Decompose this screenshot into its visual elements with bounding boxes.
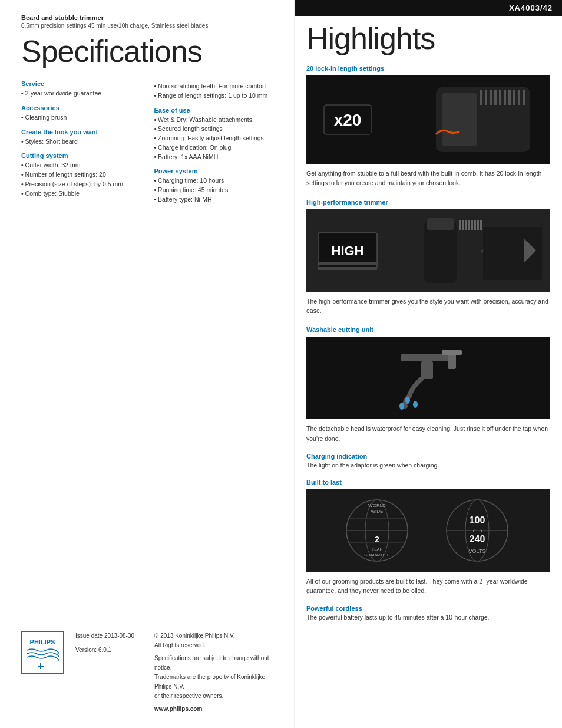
svg-rect-45	[306, 489, 550, 572]
product-subtitle: 0.5mm precision settings 45 min use/10h …	[21, 22, 277, 29]
svg-rect-33	[480, 220, 482, 230]
spec-item: Comb type: Stubble	[21, 189, 145, 199]
highlight-20lock: 20 lock-in length settings	[295, 61, 562, 195]
spec-section-title-ease: Ease of use	[154, 107, 278, 114]
svg-text:GUARANTEE: GUARANTEE	[364, 553, 390, 557]
svg-rect-38	[401, 354, 454, 361]
spec-item: Zoomring: Easily adjust length settings	[154, 134, 278, 143]
highlight-title-highperf: High-performance trimmer	[306, 199, 550, 206]
copyright: © 2013 Koninklijke Philips N.V. All Righ…	[154, 631, 273, 650]
spec-item: Cutter width: 32 mm	[21, 161, 145, 170]
spec-section-accessories: Accessories Cleaning brush	[21, 104, 145, 123]
spec-item: Secured length settings	[154, 124, 278, 134]
version: Version: 6.0.1	[75, 645, 140, 655]
svg-rect-9	[490, 90, 492, 105]
svg-rect-39	[421, 361, 433, 379]
highlight-title-builtlast: Built to last	[306, 479, 550, 486]
spec-heading: Specifications	[21, 35, 277, 68]
spec-item: 2-year worldwide guarantee	[21, 89, 145, 98]
spec-col2: Non-scratching teeth: For more comfort R…	[154, 80, 278, 210]
highlights-heading: Highlights	[295, 16, 562, 61]
spec-item: Range of length settings: 1 up to 10 mm	[154, 91, 278, 101]
svg-rect-8	[485, 90, 487, 105]
svg-text:WIDE: WIDE	[371, 509, 384, 514]
spec-section-title-accessories: Accessories	[21, 104, 145, 111]
svg-point-40	[405, 397, 410, 404]
spec-item: Battery type: Ni-MH	[154, 195, 278, 205]
spec-item: Battery: 1x AAA NiMH	[154, 153, 278, 162]
svg-rect-28	[465, 220, 467, 230]
highlight-washable: Washable cutting unit	[295, 322, 562, 450]
svg-text:2: 2	[375, 535, 379, 544]
svg-text:x20: x20	[334, 111, 362, 129]
svg-rect-14	[513, 90, 515, 105]
svg-text:100: 100	[470, 515, 485, 525]
highlight-title-washable: Washable cutting unit	[306, 326, 550, 333]
svg-rect-0	[21, 631, 64, 674]
disclaimer: Specifications are subject to change wit…	[154, 654, 273, 701]
spec-section-ease: Ease of use Wet & Dry: Washable attachme…	[154, 107, 278, 162]
svg-point-42	[399, 403, 404, 410]
website: www.philips.com	[154, 704, 273, 714]
svg-rect-6	[442, 93, 477, 146]
svg-text:PHILIPS: PHILIPS	[30, 638, 55, 645]
svg-rect-16	[523, 90, 525, 105]
product-title: Beard and stubble trimmer	[21, 14, 277, 21]
highlight-image-washable	[306, 337, 550, 419]
highlight-title-charging: Charging indication	[306, 453, 550, 460]
spec-col1: Service 2-year worldwide guarantee Acces…	[21, 80, 145, 210]
spec-section-title-cutting: Cutting system	[21, 152, 145, 159]
spec-section-cutting: Cutting system Cutter width: 32 mm Numbe…	[21, 152, 145, 198]
svg-rect-13	[508, 90, 511, 105]
issue-date: Issue date 2013-08-30	[75, 631, 140, 641]
svg-rect-23	[318, 267, 377, 270]
highlight-powerful: Powerful cordless The powerful battery l…	[295, 602, 562, 627]
highlight-title-powerful: Powerful cordless	[306, 605, 550, 612]
svg-rect-3	[38, 666, 44, 667]
highlight-desc-highperf: The high-performance trimmer gives you t…	[306, 297, 550, 316]
svg-rect-30	[471, 220, 473, 230]
spec-item: Wet & Dry: Washable attachments	[154, 116, 278, 125]
svg-text:VOLTS: VOLTS	[469, 548, 486, 554]
svg-rect-25	[427, 218, 454, 230]
spec-section-notitle: Non-scratching teeth: For more comfort R…	[154, 82, 278, 101]
svg-text:YEAR: YEAR	[371, 547, 382, 551]
svg-text:⟷: ⟷	[472, 526, 482, 535]
highlight-charging: Charging indication The light on the ada…	[295, 450, 562, 475]
spec-section-title-power: Power system	[154, 167, 278, 174]
highlight-desc-washable: The detachable head is waterproof for ea…	[306, 424, 550, 443]
svg-rect-27	[462, 220, 464, 230]
svg-rect-29	[468, 220, 470, 230]
svg-rect-22	[318, 262, 377, 265]
model-bar: XA4003/42	[295, 0, 562, 16]
spec-item: Precision (size of steps): by 0.5 mm	[21, 180, 145, 189]
highlight-desc-20lock: Get anything from stubble to a full bear…	[306, 169, 550, 188]
spec-item: Charging time: 10 hours	[154, 176, 278, 186]
highlight-desc-charging: The light on the adaptor is green when c…	[306, 461, 550, 470]
svg-rect-31	[474, 220, 476, 230]
svg-rect-24	[424, 221, 457, 283]
svg-rect-26	[459, 220, 461, 230]
spec-section-service: Service 2-year worldwide guarantee	[21, 80, 145, 98]
spec-item: Styles: Short beard	[21, 137, 145, 147]
highlight-image-20lock: x20	[306, 75, 550, 164]
highlight-desc-builtlast: All of our grooming products are built t…	[306, 577, 550, 596]
spec-section-look: Create the look you want Styles: Short b…	[21, 129, 145, 147]
svg-rect-12	[504, 90, 506, 105]
svg-rect-10	[494, 90, 497, 105]
spec-section-power: Power system Charging time: 10 hours Run…	[154, 167, 278, 204]
spec-section-title-look: Create the look you want	[21, 129, 145, 136]
svg-text:WORLD: WORLD	[368, 503, 386, 508]
spec-item: Running time: 45 minutes	[154, 186, 278, 195]
highlight-builtlast: Built to last WORLD WIDE 2 YEAR GUARANTE…	[295, 475, 562, 603]
highlight-image-highperf: HIGH OPEN	[306, 209, 550, 292]
spec-item: Cleaning brush	[21, 113, 145, 123]
footer-meta: Issue date 2013-08-30 Version: 6.0.1 © 2…	[75, 631, 273, 714]
highlight-title-20lock: 20 lock-in length settings	[306, 65, 550, 72]
highlight-desc-powerful: The powerful battery lasts up to 45 minu…	[306, 613, 550, 622]
svg-rect-32	[477, 220, 479, 230]
svg-rect-7	[480, 90, 482, 105]
svg-text:240: 240	[470, 534, 485, 544]
philips-logo-icon: PHILIPS	[21, 631, 64, 674]
svg-rect-15	[518, 90, 520, 105]
